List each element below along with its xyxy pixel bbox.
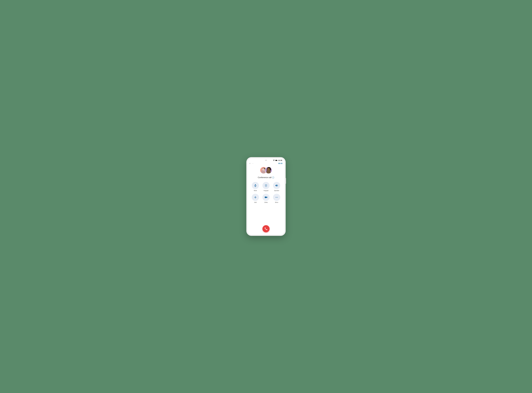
controls-grid: Mute [251, 182, 281, 203]
back-button[interactable]: ‹ [250, 162, 250, 165]
speaker-icon [275, 184, 278, 187]
svg-point-12 [267, 172, 271, 174]
top-bar: ‹ ··· 00:43 [247, 162, 285, 166]
add-label: Add [254, 201, 256, 203]
svg-point-22 [266, 184, 266, 185]
svg-point-36 [276, 197, 276, 197]
svg-marker-35 [266, 196, 267, 198]
avatar-group [260, 167, 272, 175]
svg-point-6 [262, 172, 266, 174]
wifi-icon [273, 160, 275, 161]
call-timer: 00:43 [278, 162, 282, 164]
svg-rect-34 [265, 196, 266, 198]
more-options-button[interactable]: ··· [252, 162, 254, 164]
add-icon [254, 196, 257, 199]
more-btn-circle[interactable] [273, 194, 280, 201]
video-label: Video [264, 201, 268, 203]
status-icons [273, 160, 277, 161]
svg-point-29 [266, 186, 267, 186]
svg-rect-18 [255, 184, 256, 186]
phone-screen: 12:30 ‹ ··· 00:43 [247, 158, 285, 235]
avatar-person-2 [265, 167, 272, 174]
mute-label: Mute [254, 190, 257, 192]
svg-point-25 [266, 185, 266, 186]
speaker-btn-circle[interactable] [273, 182, 280, 189]
svg-point-28 [266, 186, 266, 186]
more-label: More [275, 201, 278, 203]
battery-icon [275, 160, 277, 161]
svg-point-26 [266, 185, 267, 186]
add-btn-circle[interactable] [252, 194, 259, 201]
top-bar-left: ‹ ··· [250, 162, 254, 165]
svg-point-27 [265, 186, 266, 186]
end-call-icon [264, 227, 268, 231]
info-button[interactable]: i [272, 177, 274, 179]
svg-point-1 [274, 161, 274, 161]
phone-device: 12:30 ‹ ··· 00:43 [246, 157, 286, 236]
video-button[interactable]: Video [262, 194, 270, 203]
video-btn-circle[interactable] [262, 194, 270, 201]
svg-point-21 [265, 184, 266, 185]
svg-point-24 [265, 185, 266, 186]
svg-marker-31 [276, 184, 277, 187]
mute-button[interactable]: Mute [251, 182, 260, 192]
svg-point-30 [266, 187, 266, 187]
volume-button [285, 178, 286, 184]
svg-point-11 [265, 167, 272, 174]
keypad-btn-circle[interactable] [262, 182, 270, 189]
end-call-button[interactable] [262, 225, 270, 232]
speaker-label: Speaker [274, 190, 279, 192]
status-time: 12:30 [278, 159, 282, 161]
svg-rect-9 [262, 169, 263, 171]
call-content: Conference call i Mute [247, 166, 285, 235]
camera [266, 160, 266, 161]
keypad-button[interactable]: Keypad [262, 182, 270, 192]
speaker-button[interactable]: Speaker [272, 182, 281, 192]
more-button[interactable]: More [272, 194, 281, 203]
svg-point-38 [277, 197, 278, 197]
keypad-icon [265, 184, 267, 187]
more-dots-icon [275, 196, 278, 199]
svg-point-15 [267, 168, 268, 171]
call-title-row: Conference call i [258, 176, 274, 179]
add-button[interactable]: Add [251, 194, 260, 203]
svg-point-17 [267, 167, 271, 169]
svg-rect-3 [276, 160, 277, 161]
svg-point-23 [266, 184, 267, 185]
mute-btn-circle[interactable] [252, 182, 259, 189]
microphone-icon [254, 184, 257, 187]
call-title-text: Conference call [258, 176, 271, 179]
svg-point-37 [276, 197, 277, 197]
svg-rect-4 [277, 160, 277, 161]
video-icon [265, 196, 267, 199]
keypad-label: Keypad [264, 190, 268, 192]
